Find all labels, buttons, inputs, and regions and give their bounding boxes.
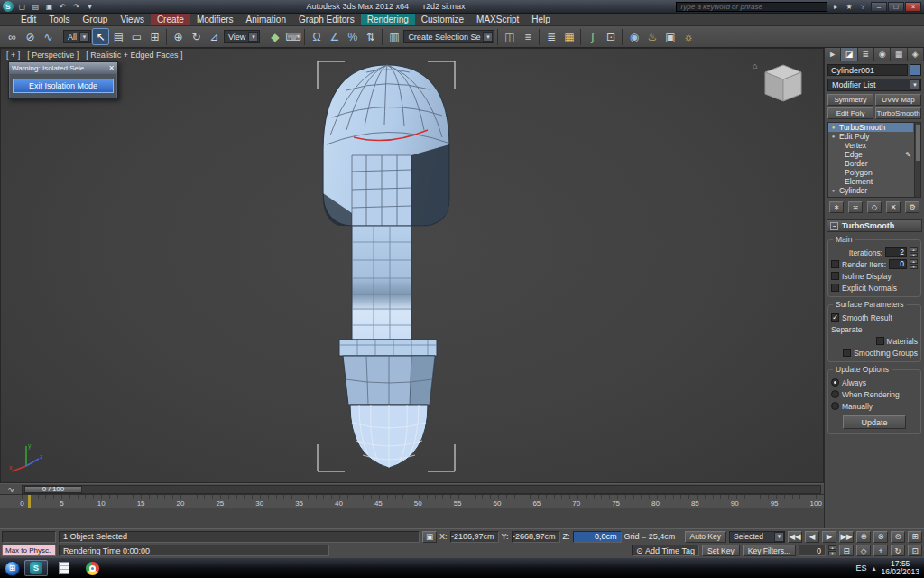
- taskbar-clock[interactable]: 17:55 16/02/2013: [881, 560, 919, 576]
- modifier-onoff-bulb-icon[interactable]: ●: [830, 134, 836, 139]
- taskbar-chrome-icon[interactable]: [80, 560, 104, 576]
- scrollbar-thumb[interactable]: [916, 125, 920, 161]
- selection-filter-dropdown[interactable]: All ▼: [63, 30, 91, 43]
- viewport-view-label[interactable]: [ Perspective ]: [27, 51, 79, 60]
- select-by-name-icon[interactable]: ▤: [110, 28, 127, 45]
- window-crossing-icon[interactable]: ⊞: [146, 28, 163, 45]
- zoom-all-icon[interactable]: ⊗: [873, 531, 888, 543]
- modifier-stack-item[interactable]: ● Edit Poly: [828, 132, 913, 141]
- track-bar[interactable]: 0510152025303540455055606570758085909510…: [0, 494, 824, 508]
- iterations-field[interactable]: 2: [885, 247, 907, 257]
- tab-utilities[interactable]: ◈: [908, 48, 924, 61]
- materials-checkbox[interactable]: [876, 337, 884, 345]
- object-name-field[interactable]: Cylinder001: [827, 64, 908, 76]
- render-iters-spinner[interactable]: ▲▼: [910, 259, 918, 269]
- menu-animation[interactable]: Animation: [239, 14, 291, 25]
- menu-group[interactable]: Group: [77, 14, 115, 25]
- spin-up-icon[interactable]: ▲: [910, 247, 918, 252]
- show-hidden-icons[interactable]: ▴: [872, 564, 875, 573]
- select-and-move-icon[interactable]: ⊕: [170, 28, 187, 45]
- rendered-frame-window-icon[interactable]: ▣: [661, 28, 679, 45]
- modifier-button-symmetry[interactable]: Symmetry: [827, 94, 873, 106]
- smoothing-groups-checkbox[interactable]: [843, 349, 851, 357]
- iterations-spinner[interactable]: ▲▼: [910, 247, 918, 257]
- render-production-icon[interactable]: ☼: [679, 28, 697, 45]
- menu-maxscript[interactable]: MAXScript: [470, 14, 525, 25]
- rectangular-selection-region-icon[interactable]: ▭: [128, 28, 145, 45]
- layer-manager-icon[interactable]: ≣: [542, 28, 559, 45]
- spinner-snap-icon[interactable]: ⇅: [362, 28, 379, 45]
- modifier-onoff-bulb-icon[interactable]: ●: [830, 188, 836, 193]
- search-go-icon[interactable]: ▸: [830, 2, 841, 12]
- select-and-link-icon[interactable]: ∞: [4, 28, 21, 45]
- redo-icon[interactable]: ↷: [70, 1, 82, 12]
- minimize-button[interactable]: –: [871, 2, 887, 12]
- update-always-radio[interactable]: [831, 378, 839, 387]
- configure-modifier-sets-icon[interactable]: ⚙: [905, 201, 919, 213]
- explicit-normals-checkbox[interactable]: [831, 284, 839, 292]
- stack-scrollbar[interactable]: [914, 123, 920, 197]
- modifier-button-turbosmooth[interactable]: TurboSmooth: [875, 107, 921, 119]
- tab-create[interactable]: ►: [825, 48, 841, 61]
- unlink-selection-icon[interactable]: ⊘: [22, 28, 39, 45]
- modifier-stack-item[interactable]: ● Cylinder: [828, 186, 913, 195]
- go-to-end-button[interactable]: ▶▶: [839, 531, 854, 543]
- new-scene-icon[interactable]: ▢: [16, 1, 28, 12]
- spin-down-icon[interactable]: ▼: [910, 265, 918, 269]
- render-iters-field[interactable]: 0: [889, 259, 907, 269]
- modifier-stack-item[interactable]: ● TurboSmooth: [828, 123, 913, 132]
- undo-icon[interactable]: ↶: [57, 1, 69, 12]
- max-logo-icon[interactable]: S: [3, 1, 14, 12]
- modifier-list-dropdown[interactable]: Modifier List ▼: [827, 79, 921, 91]
- pan-view-icon[interactable]: +: [873, 545, 888, 556]
- viewport-shading-label[interactable]: [ Realistic + Edged Faces ]: [86, 51, 182, 60]
- time-slider-handle[interactable]: 0 / 100: [24, 486, 82, 493]
- modifier-stack-subobject[interactable]: Polygon: [828, 168, 913, 177]
- auto-key-button[interactable]: Auto Key: [685, 531, 727, 543]
- show-end-result-icon[interactable]: ≍: [848, 201, 863, 213]
- render-iters-checkbox[interactable]: [831, 260, 839, 268]
- bind-to-space-warp-icon[interactable]: ∿: [40, 28, 57, 45]
- percent-snap-icon[interactable]: %: [344, 28, 361, 45]
- spin-up-icon[interactable]: ▲: [910, 259, 918, 264]
- update-manually-radio[interactable]: [831, 402, 839, 410]
- perspective-viewport[interactable]: [ + ] [ Perspective ] [ Realistic + Edge…: [0, 48, 824, 483]
- zoom-extents-icon[interactable]: ⊙: [891, 531, 905, 543]
- mirror-icon[interactable]: ◫: [501, 28, 518, 45]
- maximize-button[interactable]: □: [888, 2, 904, 12]
- coord-x-field[interactable]: -2106,97cm: [450, 531, 499, 543]
- curve-editor-icon[interactable]: ∫: [584, 28, 601, 45]
- maximize-viewport-toggle-icon[interactable]: ⊡: [908, 545, 922, 556]
- isoline-display-checkbox[interactable]: [831, 272, 839, 280]
- start-button[interactable]: ⊞: [5, 561, 20, 576]
- maxscript-macro-recorder-line[interactable]: Max to Physc.: [2, 545, 56, 556]
- close-button[interactable]: ×: [905, 2, 921, 12]
- time-slider-track[interactable]: 0 / 100: [22, 485, 821, 494]
- menu-views[interactable]: Views: [114, 14, 151, 25]
- render-setup-icon[interactable]: ♨: [643, 28, 661, 45]
- keyboard-shortcut-override-icon[interactable]: ⌨: [284, 28, 301, 45]
- tab-display[interactable]: ▦: [891, 48, 907, 61]
- orbit-icon[interactable]: ↻: [891, 545, 905, 556]
- zoom-icon[interactable]: ⊕: [856, 531, 871, 543]
- current-frame-field[interactable]: 0: [799, 545, 826, 556]
- remove-modifier-icon[interactable]: ✕: [886, 201, 901, 213]
- tab-motion[interactable]: ◉: [874, 48, 891, 61]
- named-selection-sets-dropdown[interactable]: Create Selection Se ▼: [403, 30, 494, 43]
- taskbar-document-icon[interactable]: [52, 560, 76, 576]
- menu-tools[interactable]: Tools: [42, 14, 76, 25]
- object-color-swatch[interactable]: [910, 64, 921, 76]
- spin-up-icon[interactable]: ▲: [828, 545, 836, 550]
- menu-modifiers[interactable]: Modifiers: [190, 14, 240, 25]
- reference-coordinate-dropdown[interactable]: View ▼: [224, 30, 260, 43]
- viewport-menu-plus[interactable]: [ + ]: [6, 51, 20, 60]
- make-unique-icon[interactable]: ◇: [867, 201, 882, 213]
- previous-frame-button[interactable]: ◀: [805, 531, 819, 543]
- exit-isolation-mode-button[interactable]: Exit Isolation Mode: [13, 79, 114, 93]
- schematic-view-icon[interactable]: ⊡: [602, 28, 619, 45]
- search-input[interactable]: [676, 2, 827, 12]
- key-selection-dropdown[interactable]: Selected ▼: [729, 531, 785, 543]
- update-button[interactable]: Update: [843, 415, 905, 429]
- infocenter-star-icon[interactable]: ★: [844, 2, 855, 12]
- open-file-icon[interactable]: ▤: [30, 1, 42, 12]
